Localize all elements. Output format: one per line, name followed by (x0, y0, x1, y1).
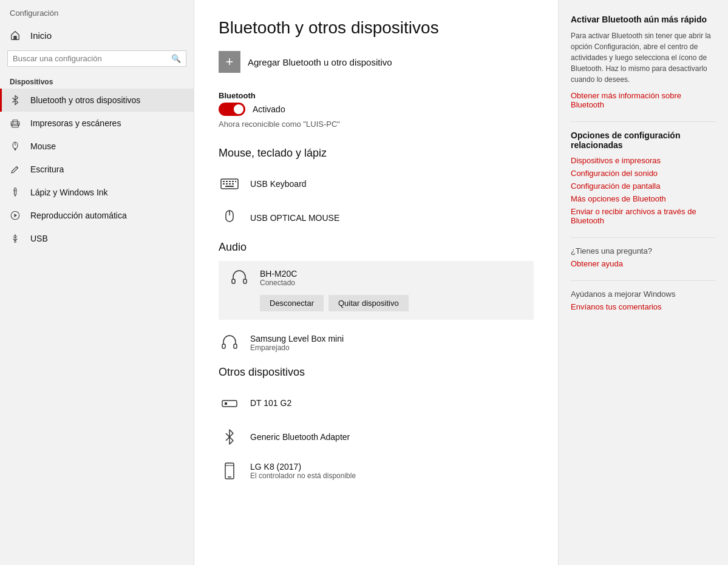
svg-rect-25 (243, 279, 247, 283)
bluetooth-toggle[interactable] (219, 103, 245, 116)
svg-rect-27 (234, 344, 237, 348)
mouse-device-icon (219, 207, 240, 229)
lgk8-device-item: LG K8 (2017) El controlador no está disp… (219, 454, 534, 488)
sidebar-home-button[interactable]: Inicio (0, 24, 194, 47)
search-icon: 🔍 (171, 54, 181, 63)
sidebar-item-reproduccion-label: Reproducción automática (30, 211, 127, 220)
svg-rect-24 (232, 279, 235, 283)
remove-device-button[interactable]: Quitar dispositivo (328, 295, 409, 311)
activate-desc: Para activar Bluetooth sin tener que abr… (571, 30, 716, 85)
lgk8-name: LG K8 (2017) (250, 462, 356, 472)
mouse-section-title: Mouse, teclado y lápiz (219, 147, 534, 160)
lgk8-status: El controlador no está disponible (250, 472, 356, 480)
keyboard-icon (219, 173, 240, 195)
plus-icon: + (219, 51, 240, 73)
related-link-1[interactable]: Configuración del sonido (571, 169, 716, 178)
sidebar-item-mouse-label: Mouse (30, 141, 56, 151)
related-link-0[interactable]: Dispositivos e impresoras (571, 156, 716, 165)
svg-rect-29 (225, 402, 227, 405)
related-link-4[interactable]: Enviar o recibir archivos a través de Bl… (571, 207, 716, 225)
svg-rect-13 (226, 181, 228, 182)
svg-rect-20 (232, 183, 234, 184)
svg-rect-12 (223, 181, 225, 182)
pen-icon (10, 164, 22, 175)
bluetooth-recognizable-text: Ahora reconicible como "LUIS-PC" (219, 120, 534, 129)
improve-title: Ayúdanos a mejorar Windows (571, 289, 716, 299)
divider-3 (571, 280, 716, 281)
page-title: Bluetooth y otros dispositivos (219, 18, 534, 38)
mouse-device-item: USB OPTICAL MOUSE (219, 201, 534, 235)
connected-device-buttons: Desconectar Quitar dispositivo (228, 295, 524, 314)
related-link-2[interactable]: Configuración de pantalla (571, 181, 716, 191)
svg-rect-17 (223, 183, 225, 184)
question-link[interactable]: Obtener ayuda (571, 259, 716, 268)
dt101-icon (219, 392, 240, 414)
add-device-label: Agregar Bluetooth u otro dispositivo (248, 57, 392, 67)
keyboard-device-text: USB Keyboard (250, 179, 307, 189)
keyboard-device-name: USB Keyboard (250, 179, 307, 189)
improve-link[interactable]: Envíanos tus comentarios (571, 302, 716, 311)
right-panel: Activar Bluetooth aún más rápido Para ac… (558, 0, 728, 565)
activate-link[interactable]: Obtener más información sobre Bluetooth (571, 91, 716, 109)
mouse-device-name: USB OPTICAL MOUSE (250, 213, 339, 223)
activate-title: Activar Bluetooth aún más rápido (571, 15, 716, 24)
other-section-title: Otros dispositivos (219, 366, 534, 379)
printer-icon (10, 118, 22, 129)
svg-rect-16 (235, 181, 236, 182)
dt101-device-item: DT 101 G2 (219, 386, 534, 420)
svg-point-6 (15, 149, 16, 151)
sidebar-item-escritura-label: Escritura (30, 164, 64, 174)
bluetooth-section-label: Bluetooth (219, 91, 534, 100)
usb-icon (10, 233, 22, 244)
bluetooth-icon (10, 95, 22, 106)
lgk8-text: LG K8 (2017) El controlador no está disp… (250, 462, 356, 480)
svg-rect-21 (225, 186, 234, 187)
sidebar-item-printers-label: Impresoras y escáneres (30, 118, 121, 128)
sidebar-item-bluetooth[interactable]: Bluetooth y otros dispositivos (0, 89, 194, 112)
sidebar-item-bluetooth-label: Bluetooth y otros dispositivos (30, 95, 140, 105)
play-icon (10, 210, 22, 221)
sidebar-title: Configuración (0, 0, 194, 24)
sidebar-item-usb[interactable]: USB (0, 227, 194, 250)
sidebar-item-lapiz-label: Lápiz y Windows Ink (30, 188, 108, 197)
generic-bt-device-item: Generic Bluetooth Adapter (219, 420, 534, 454)
sidebar-item-escritura[interactable]: Escritura (0, 158, 194, 181)
related-link-3[interactable]: Más opciones de Bluetooth (571, 194, 716, 203)
generic-bt-icon (219, 426, 240, 448)
sidebar-item-printers[interactable]: Impresoras y escáneres (0, 112, 194, 135)
svg-point-3 (18, 123, 19, 124)
audio-device-connected: BH-M20C Conectado Desconectar Quitar dis… (219, 261, 534, 320)
divider-1 (571, 121, 716, 122)
samsung-device-name: Samsung Level Box mini (250, 334, 344, 343)
home-label: Inicio (30, 30, 52, 41)
generic-bt-name: Generic Bluetooth Adapter (250, 432, 350, 442)
search-input[interactable] (13, 54, 168, 63)
svg-rect-14 (229, 181, 231, 182)
bluetooth-toggle-label: Activado (253, 104, 285, 114)
sidebar-item-reproduccion[interactable]: Reproducción automática (0, 204, 194, 227)
sidebar-item-lapiz[interactable]: Lápiz y Windows Ink (0, 181, 194, 204)
generic-bt-text: Generic Bluetooth Adapter (250, 432, 350, 442)
search-box[interactable]: 🔍 (7, 50, 186, 67)
svg-rect-15 (232, 181, 234, 182)
svg-rect-0 (13, 36, 16, 39)
bhm20c-name: BH-M20C (260, 269, 297, 279)
audio-section-title: Audio (219, 241, 534, 254)
add-device-button[interactable]: + Agregar Bluetooth u otro dispositivo (219, 51, 534, 73)
sidebar-item-mouse[interactable]: Mouse (0, 135, 194, 158)
samsung-device-status: Emparejado (250, 343, 344, 352)
headphone-icon (228, 267, 250, 289)
mouse-icon (10, 141, 22, 152)
svg-marker-8 (15, 214, 18, 217)
related-title: Opciones de configuración relacionadas (571, 130, 716, 150)
mouse-device-text: USB OPTICAL MOUSE (250, 213, 339, 223)
connected-device-top: BH-M20C Conectado (228, 267, 524, 289)
samsung-device-text: Samsung Level Box mini Emparejado (250, 334, 344, 352)
pen2-icon (10, 187, 22, 198)
divider-2 (571, 237, 716, 238)
keyboard-device-item: USB Keyboard (219, 167, 534, 201)
disconnect-button[interactable]: Desconectar (260, 295, 324, 311)
sidebar-item-usb-label: USB (30, 234, 48, 243)
main-content: Bluetooth y otros dispositivos + Agregar… (194, 0, 558, 565)
dt101-text: DT 101 G2 (250, 398, 291, 408)
